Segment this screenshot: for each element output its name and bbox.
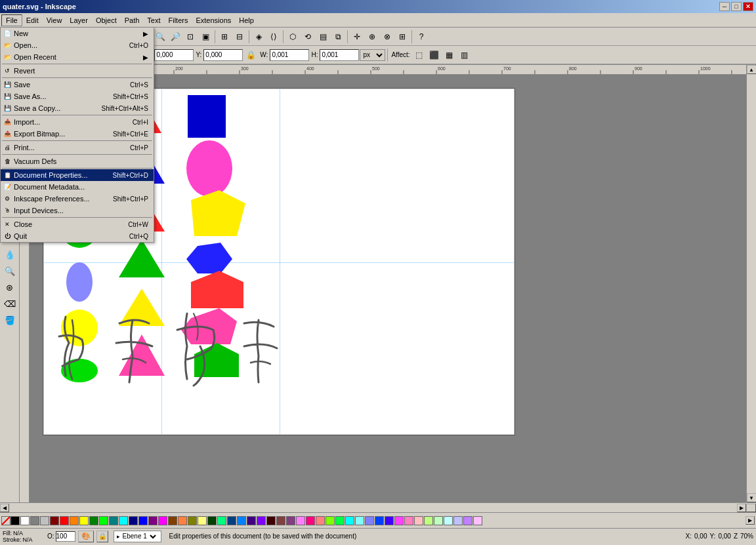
menu-item-save-copy[interactable]: 💾Save a Copy...Shift+Ctrl+Alt+S — [1, 102, 154, 114]
affect2-button[interactable]: ⬛ — [427, 48, 442, 62]
color-swatch-39[interactable] — [394, 516, 404, 525]
color-swatch-19[interactable] — [198, 516, 207, 525]
menu-item-input-devices[interactable]: 🖱Input Devices... — [1, 205, 154, 216]
bottom-scrollbar[interactable]: ◀ ▶ — [0, 502, 756, 512]
color-swatch-38[interactable] — [385, 516, 394, 525]
menu-item-vacuum[interactable]: 🗑Vacuum Defs — [1, 155, 154, 167]
color-swatch-12[interactable] — [129, 516, 138, 525]
zoom-out-button[interactable]: 🔎 — [168, 30, 182, 44]
color-swatch-28[interactable] — [286, 516, 295, 525]
menu-item-help[interactable]: Help — [235, 15, 258, 26]
menu-item-layer[interactable]: Layer — [66, 15, 92, 26]
x-input[interactable] — [154, 49, 194, 61]
eraser-tool[interactable]: ⌫ — [2, 296, 18, 312]
color-swatch-1[interactable] — [20, 516, 30, 525]
color-swatch-46[interactable] — [463, 516, 472, 525]
color-swatch-33[interactable] — [335, 516, 345, 525]
w-input[interactable] — [270, 49, 309, 61]
color-swatch-17[interactable] — [178, 516, 187, 525]
color-swatch-42[interactable] — [424, 516, 433, 525]
spray-tool[interactable]: ⊛ — [2, 279, 18, 295]
color-swatch-6[interactable] — [70, 516, 79, 525]
menu-item-revert[interactable]: ↺Revert — [1, 65, 154, 77]
menu-item-edit[interactable]: Edit — [22, 15, 43, 26]
menu-item-close[interactable]: ✕CloseCtrl+W — [1, 218, 154, 230]
color-swatch-40[interactable] — [404, 516, 413, 525]
color-swatch-29[interactable] — [296, 516, 305, 525]
opacity-input[interactable] — [56, 531, 75, 542]
h-input[interactable] — [320, 49, 359, 61]
color-swatch-4[interactable] — [50, 516, 59, 525]
color-swatch-22[interactable] — [227, 516, 236, 525]
color-swatch-37[interactable] — [375, 516, 384, 525]
affect1-button[interactable]: ⬚ — [412, 48, 427, 62]
pick-color-button[interactable]: 🎨 — [78, 531, 94, 542]
color-swatch-47[interactable] — [473, 516, 482, 525]
scroll-left-button[interactable]: ◀ — [0, 504, 9, 512]
color-swatch-24[interactable] — [247, 516, 256, 525]
minimize-button[interactable]: ─ — [719, 2, 730, 11]
color-swatch-5[interactable] — [60, 516, 69, 525]
color-swatch-10[interactable] — [109, 516, 118, 525]
color-swatch-25[interactable] — [257, 516, 266, 525]
layer-select[interactable]: Ebene 1 — [120, 531, 158, 542]
lock-icon[interactable]: 🔒 — [243, 48, 258, 62]
zoom-page-button[interactable]: ▣ — [198, 30, 213, 44]
layers-button[interactable]: ⧉ — [331, 30, 345, 44]
color-swatch-34[interactable] — [345, 516, 354, 525]
color-swatch-20[interactable] — [207, 516, 217, 525]
snap2-button[interactable]: ⊕ — [365, 30, 379, 44]
y-input[interactable] — [203, 49, 243, 61]
color-swatch-26[interactable] — [266, 516, 276, 525]
color-swatch-27[interactable] — [276, 516, 285, 525]
menu-item-view[interactable]: View — [43, 15, 66, 26]
color-swatch-30[interactable] — [306, 516, 315, 525]
menu-item-new[interactable]: 📄New▶ — [1, 28, 154, 39]
ungroup-button[interactable]: ⊟ — [232, 30, 247, 44]
menu-item-extensions[interactable]: Extensions — [192, 15, 235, 26]
transform-button[interactable]: ⟲ — [301, 30, 315, 44]
menu-item-filters[interactable]: Filters — [165, 15, 192, 26]
color-swatch-35[interactable] — [355, 516, 364, 525]
color-swatch-18[interactable] — [188, 516, 197, 525]
scroll-down-button[interactable]: ▼ — [747, 493, 757, 502]
node-editor-button[interactable]: ⬡ — [285, 30, 300, 44]
menu-item-quit[interactable]: ⏻QuitCtrl+Q — [1, 230, 154, 242]
zoom-tool[interactable]: 🔍 — [2, 263, 18, 279]
color-swatch-3[interactable] — [40, 516, 49, 525]
color-swatch-41[interactable] — [414, 516, 423, 525]
color-swatch-31[interactable] — [316, 516, 325, 525]
help-button[interactable]: ? — [414, 30, 429, 44]
menu-item-prefs[interactable]: ⚙Inkscape Preferences...Shift+Ctrl+P — [1, 193, 154, 205]
scroll-up-button[interactable]: ▲ — [747, 65, 757, 74]
menu-item-open-recent[interactable]: 📂Open Recent▶ — [1, 51, 154, 63]
menu-item-object[interactable]: Object — [92, 15, 121, 26]
color-swatch-45[interactable] — [453, 516, 463, 525]
color-swatch-11[interactable] — [119, 516, 128, 525]
menu-item-export[interactable]: 📤Export Bitmap...Shift+Ctrl+E — [1, 128, 154, 140]
palette-scroll-right[interactable]: ▶ — [746, 516, 755, 525]
color-swatch-23[interactable] — [237, 516, 246, 525]
menu-item-doc-meta[interactable]: 📝Document Metadata... — [1, 181, 154, 193]
menu-item-save[interactable]: 💾SaveCtrl+S — [1, 79, 154, 91]
snap-button[interactable]: ✛ — [350, 30, 364, 44]
color-swatch-8[interactable] — [89, 516, 98, 525]
color-swatch-2[interactable] — [30, 516, 39, 525]
color-swatch-44[interactable] — [444, 516, 453, 525]
paint-bucket-tool[interactable]: 🪣 — [2, 312, 18, 328]
color-swatch-9[interactable] — [99, 516, 108, 525]
color-swatch-13[interactable] — [138, 516, 148, 525]
color-swatch-16[interactable] — [168, 516, 177, 525]
zoom-fit-button[interactable]: ⊡ — [183, 30, 198, 44]
menu-item-import[interactable]: 📥Import...Ctrl+I — [1, 116, 154, 128]
no-fill-swatch[interactable] — [1, 516, 10, 525]
unit-select[interactable]: px mm cm — [360, 49, 385, 61]
xml-editor-button[interactable]: ⟨⟩ — [266, 30, 281, 44]
color-swatch-7[interactable] — [79, 516, 89, 525]
color-swatch-32[interactable] — [326, 516, 335, 525]
affect3-button[interactable]: ▦ — [442, 48, 457, 62]
color-swatch-21[interactable] — [217, 516, 226, 525]
menu-item-text[interactable]: Text — [143, 15, 164, 26]
dropper-tool[interactable]: 💧 — [2, 247, 18, 262]
snap3-button[interactable]: ⊗ — [380, 30, 394, 44]
